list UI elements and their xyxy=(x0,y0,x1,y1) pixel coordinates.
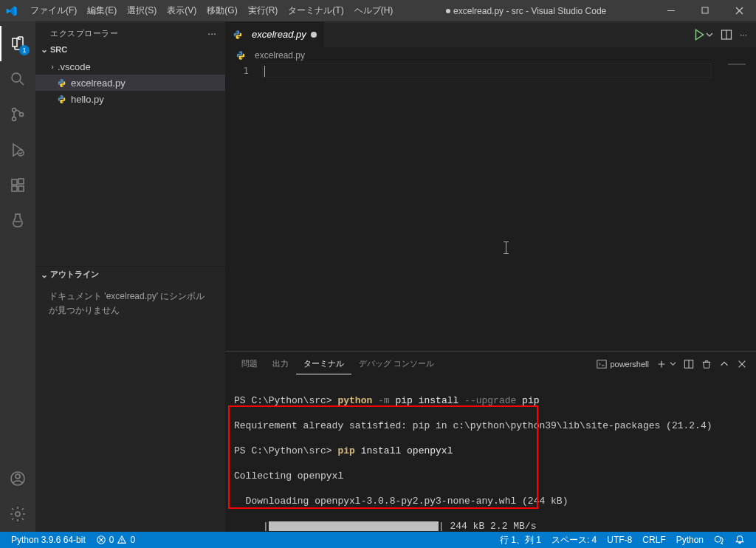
svg-point-5 xyxy=(20,113,24,117)
svg-rect-9 xyxy=(18,186,24,191)
python-file-icon xyxy=(56,95,66,104)
status-problems[interactable]: 0 0 xyxy=(91,532,140,548)
status-notifications[interactable] xyxy=(729,532,750,548)
menu-bar: ファイル(F) 編集(E) 選択(S) 表示(V) 移動(G) 実行(R) ター… xyxy=(25,1,398,20)
activity-extensions[interactable] xyxy=(0,168,35,203)
activity-debug[interactable] xyxy=(0,132,35,168)
python-file-icon xyxy=(56,78,66,88)
scrollbar-vertical[interactable] xyxy=(746,64,756,351)
section-outline-header[interactable]: ⌄ アウトライン xyxy=(35,267,225,282)
panel-tab-terminal[interactable]: ターミナル xyxy=(296,354,351,374)
run-button[interactable] xyxy=(693,28,713,41)
status-eol[interactable]: CRLF xyxy=(637,532,670,548)
sidebar-title: エクスプローラー xyxy=(50,28,118,39)
section-outline-label: アウトライン xyxy=(50,269,99,280)
panel-maximize-button[interactable] xyxy=(719,359,729,369)
svg-rect-0 xyxy=(667,10,675,11)
window-title-text: excelread.py - src - Visual Studio Code xyxy=(453,6,606,16)
status-indent[interactable]: スペース: 4 xyxy=(546,532,602,548)
status-line-col[interactable]: 行 1、列 1 xyxy=(495,532,546,548)
chevron-right-icon: › xyxy=(47,62,58,71)
menu-run[interactable]: 実行(R) xyxy=(243,1,284,20)
folder-vscode[interactable]: › .vscode xyxy=(35,58,225,75)
panel-tab-problems[interactable]: 問題 xyxy=(234,354,265,374)
file-excelread-label: excelread.py xyxy=(71,78,126,89)
text-cursor-icon xyxy=(506,242,506,254)
terminal-new-button[interactable] xyxy=(656,359,676,369)
panel-tabs: 問題 出力 ターミナル デバッグ コンソール powershell xyxy=(225,352,756,376)
bottom-panel: 問題 出力 ターミナル デバッグ コンソール powershell xyxy=(225,351,756,532)
svg-point-21 xyxy=(122,542,123,543)
maximize-button[interactable] xyxy=(688,0,722,21)
modified-dot-icon xyxy=(311,32,317,38)
line-gutter: 1 xyxy=(225,64,262,351)
status-errors-count: 0 xyxy=(109,535,114,545)
close-button[interactable] xyxy=(722,0,756,21)
svg-point-22 xyxy=(715,536,721,542)
file-hello[interactable]: hello.py xyxy=(35,91,225,107)
panel-tab-debug[interactable]: デバッグ コンソール xyxy=(351,354,441,374)
terminal-shell-label: powershell xyxy=(610,360,649,369)
tab-excelread[interactable]: excelread.py xyxy=(225,21,325,47)
editor-body[interactable]: 1 xyxy=(225,64,756,351)
activity-settings[interactable] xyxy=(0,496,35,532)
menu-edit[interactable]: 編集(E) xyxy=(82,1,122,20)
menu-terminal[interactable]: ターミナル(T) xyxy=(283,1,348,20)
svg-point-3 xyxy=(13,109,16,112)
svg-rect-7 xyxy=(12,179,17,185)
sidebar-explorer: エクスプローラー ··· ⌄ SRC › .vscode excelread.p… xyxy=(35,21,225,532)
status-language[interactable]: Python xyxy=(671,532,709,548)
editor-cursor xyxy=(264,66,265,77)
outline-empty-message: ドキュメント 'excelread.py' にシンボルが見つかりません xyxy=(35,282,225,325)
code-area[interactable] xyxy=(262,64,756,351)
status-feedback[interactable] xyxy=(709,532,729,548)
panel-tab-output[interactable]: 出力 xyxy=(265,354,296,374)
minimize-button[interactable] xyxy=(654,0,688,21)
activity-bar: 1 xyxy=(0,21,35,532)
activity-scm[interactable] xyxy=(0,97,35,132)
breadcrumbs[interactable]: excelread.py xyxy=(225,47,756,64)
status-encoding[interactable]: UTF-8 xyxy=(602,532,637,548)
svg-point-13 xyxy=(16,512,20,516)
menu-help[interactable]: ヘルプ(H) xyxy=(349,1,399,20)
minimap[interactable] xyxy=(728,64,746,65)
window-controls xyxy=(654,0,756,21)
menu-file[interactable]: ファイル(F) xyxy=(25,1,82,20)
menu-select[interactable]: 選択(S) xyxy=(122,1,162,20)
file-excelread[interactable]: excelread.py xyxy=(35,75,225,91)
explorer-tree: › .vscode excelread.py hello.py xyxy=(35,57,225,107)
svg-rect-8 xyxy=(12,186,17,191)
status-python-version[interactable]: Python 3.9.6 64-bit xyxy=(6,532,91,548)
split-editor-button[interactable] xyxy=(721,29,732,41)
terminal-content[interactable]: PS C:\Python\src> python -m pip install … xyxy=(225,376,756,532)
chevron-down-icon: ⌄ xyxy=(38,270,50,280)
svg-point-12 xyxy=(16,474,20,479)
activity-search[interactable] xyxy=(0,61,35,97)
activity-explorer[interactable]: 1 xyxy=(0,26,35,61)
folder-vscode-label: .vscode xyxy=(58,61,91,72)
modified-dot-icon xyxy=(446,9,450,13)
panel-close-button[interactable] xyxy=(737,359,747,369)
window-title: excelread.py - src - Visual Studio Code xyxy=(398,6,654,16)
python-file-icon xyxy=(233,30,243,40)
editor-more-button[interactable]: ··· xyxy=(740,30,747,40)
sidebar-more-icon[interactable]: ··· xyxy=(207,27,216,39)
editor-area: excelread.py ··· excelread.py xyxy=(225,21,756,532)
breadcrumb-file: excelread.py xyxy=(255,50,305,61)
activity-testing[interactable] xyxy=(0,203,35,239)
status-warnings-count: 0 xyxy=(130,535,135,545)
terminal-shell-selector[interactable]: powershell xyxy=(597,359,649,369)
svg-point-4 xyxy=(13,117,16,121)
editor-actions: ··· xyxy=(693,21,756,47)
line-number-1: 1 xyxy=(225,65,249,76)
svg-rect-16 xyxy=(597,360,606,368)
terminal-kill-button[interactable] xyxy=(701,359,712,369)
progress-bar xyxy=(269,521,439,531)
status-bar: Python 3.9.6 64-bit 0 0 行 1、列 1 スペース: 4 … xyxy=(0,532,756,548)
activity-accounts[interactable] xyxy=(0,461,35,496)
menu-view[interactable]: 表示(V) xyxy=(162,1,202,20)
section-src-header[interactable]: ⌄ SRC xyxy=(35,42,225,57)
terminal-split-button[interactable] xyxy=(684,359,694,369)
menu-go[interactable]: 移動(G) xyxy=(202,1,242,20)
chevron-down-icon: ⌄ xyxy=(38,44,50,55)
